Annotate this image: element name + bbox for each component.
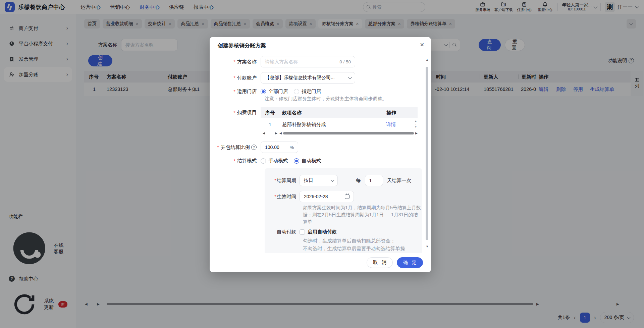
scroll-right-icon[interactable]: ▶ xyxy=(415,131,418,135)
scroll-down-icon[interactable]: ▼ xyxy=(415,125,417,128)
manual-mode-option[interactable]: 手动模式 xyxy=(268,158,288,164)
deduction-items-table: 序号 款项名称 操作 1 总部补贴券核销分成 详情 ▲ • ▼ ◀ xyxy=(261,107,418,135)
payer-account-select[interactable]: 【总部】乐檬信息技术有限公司... xyxy=(261,72,355,84)
specified-stores-radio[interactable] xyxy=(294,89,299,94)
item-detail-link[interactable]: 详情 xyxy=(386,122,396,127)
scrollbar-thumb[interactable] xyxy=(426,67,428,240)
modal-scrollbar[interactable]: ▲ ▼ xyxy=(425,58,429,248)
auto-pay-checkbox-label[interactable]: 启用自动付款 xyxy=(308,229,337,235)
specified-stores-option[interactable]: 指定门店 xyxy=(302,88,321,95)
settle-mode-label: 结算模式 xyxy=(210,158,261,164)
items-horizontal-scrollbar[interactable]: ◀ ▶ ◀ ▶ xyxy=(261,131,418,135)
cycle-suffix-label: 天结算一次 xyxy=(387,177,412,184)
auto-mode-radio[interactable] xyxy=(294,158,299,164)
plan-name-label: 方案名称 xyxy=(210,59,261,65)
effective-date-picker[interactable]: 2026-02-28 xyxy=(300,191,354,202)
scroll-left-icon[interactable]: ◀ xyxy=(279,131,282,135)
applicable-stores-label: 适用门店 xyxy=(210,88,261,95)
auto-mode-option[interactable]: 自动模式 xyxy=(302,158,321,164)
scroll-up-icon[interactable]: ▲ xyxy=(415,119,417,122)
payer-account-label: 付款账户 xyxy=(210,75,261,81)
auto-pay-note: 勾选时，生成结算单后自动扣除总部资金； 不勾选时，生成结算单后需要手动勾选结算单… xyxy=(303,237,422,253)
deduction-items-label: 扣费项目 xyxy=(210,109,261,116)
auto-pay-label: 自动付款 xyxy=(265,229,300,235)
cycle-count-input[interactable] xyxy=(365,175,383,186)
item-col-action: 操作 xyxy=(383,110,418,115)
question-circle-icon xyxy=(251,145,257,150)
stores-note: 注意：修改门店财务主体时，分账财务主体将会同步调整。 xyxy=(265,96,418,102)
manual-mode-radio[interactable] xyxy=(261,158,266,164)
create-voucher-split-plan-modal: 创建券核销分账方案 ✕ ▲ ▼ 方案名称 0 / 50 付款账户 【总部】乐檬信… xyxy=(210,37,431,272)
scroll-down-icon[interactable]: ▼ xyxy=(426,245,429,248)
plan-name-input[interactable] xyxy=(265,59,337,64)
chevron-down-icon xyxy=(331,178,334,182)
settle-cycle-select[interactable]: 按日 xyxy=(300,175,338,186)
cycle-note: 如果方案生效时间为1月，结算周期为每月5号结算上月数据；则在2月5日生成结算周期… xyxy=(303,204,421,225)
confirm-button[interactable]: 确 定 xyxy=(397,257,423,268)
ratio-field[interactable]: % xyxy=(261,142,298,153)
all-stores-radio[interactable] xyxy=(261,89,266,94)
scroll-right-icon[interactable]: ▶ xyxy=(275,131,277,135)
auto-pay-checkbox[interactable] xyxy=(300,229,305,235)
percent-unit: % xyxy=(290,145,294,150)
voucher-settle-ratio-label: 券包结算比例 xyxy=(210,144,261,151)
auto-settle-panel: 结算周期 按日 每 天结算一次 生效时间 2026-02-28 如果方案生效时间… xyxy=(265,168,422,253)
chevron-down-icon xyxy=(348,75,352,79)
scroll-up-icon[interactable]: ▲ xyxy=(426,58,429,61)
scrollbar-thumb[interactable] xyxy=(283,132,414,134)
plan-name-field[interactable]: 0 / 50 xyxy=(261,56,355,67)
settle-cycle-label: 结算周期 xyxy=(265,177,300,184)
item-col-name: 款项名称 xyxy=(279,110,383,116)
effective-time-label: 生效时间 xyxy=(265,194,300,200)
every-label: 每 xyxy=(356,177,361,184)
char-counter: 0 / 50 xyxy=(339,59,351,64)
scroll-left-icon[interactable]: ◀ xyxy=(263,131,265,135)
item-name: 总部补贴券核销分成 xyxy=(279,121,383,128)
all-stores-option[interactable]: 全部门店 xyxy=(268,88,288,95)
close-icon[interactable]: ✕ xyxy=(420,42,424,48)
deduction-item-row: 1 总部补贴券核销分成 详情 ▲ • ▼ xyxy=(261,118,418,131)
scrollbar-thumb: • xyxy=(415,122,416,125)
calendar-icon xyxy=(345,195,350,199)
item-col-no: 序号 xyxy=(261,110,279,116)
cancel-button[interactable]: 取 消 xyxy=(367,257,393,268)
ratio-input[interactable] xyxy=(265,145,287,150)
items-vertical-scrollbar[interactable]: ▲ • ▼ xyxy=(415,119,417,128)
item-no: 1 xyxy=(261,122,279,127)
modal-title: 创建券核销分账方案 xyxy=(218,42,423,49)
